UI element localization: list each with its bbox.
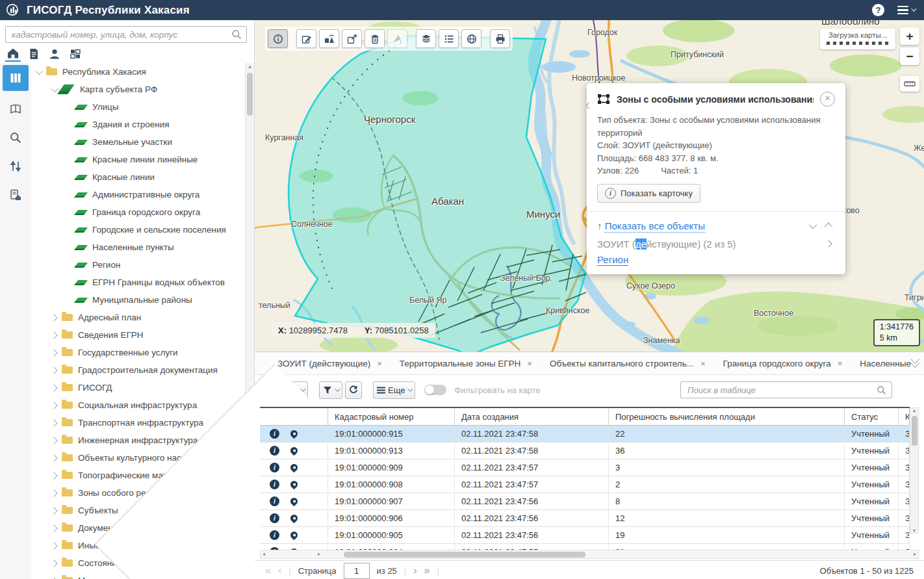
tree-layer-item[interactable]: Улицы (31, 98, 245, 116)
scroll-left-icon[interactable]: ◂ (263, 550, 265, 558)
legend-rail-button[interactable] (0, 95, 31, 123)
scroll-right-icon[interactable]: ▸ (914, 550, 916, 558)
tab-city-border[interactable]: Граница городского округа× (723, 359, 843, 368)
last-page-button[interactable]: » (424, 565, 430, 576)
tree-layer-item[interactable]: Красные линии (31, 168, 245, 186)
tabs-overflow-icon[interactable] (911, 359, 918, 367)
chevron-right-icon[interactable] (825, 240, 832, 247)
row-info-icon[interactable]: i (270, 463, 279, 472)
prev-page-button[interactable]: ‹ (278, 565, 281, 576)
column-error[interactable]: Погрешность вычисления площади (609, 408, 845, 425)
scroll-up-icon[interactable]: ▲ (246, 64, 254, 70)
scrollbar-thumb[interactable] (912, 416, 918, 446)
tree-layer-item[interactable]: Земельные участки (31, 133, 245, 151)
chevron-left-icon[interactable] (586, 103, 593, 109)
subjects-tab-icon[interactable] (47, 46, 62, 62)
search-icon[interactable] (877, 385, 886, 395)
layers-button[interactable] (416, 29, 436, 48)
table-search-input[interactable] (686, 385, 877, 396)
chevron-right-icon[interactable] (50, 367, 57, 374)
tree-layer-item[interactable]: Здания и строения (31, 116, 245, 133)
row-info-icon[interactable]: i (270, 446, 279, 456)
close-tab-icon[interactable]: × (527, 359, 532, 368)
scroll-down-icon[interactable]: ▼ (910, 528, 918, 533)
row-info-icon[interactable]: i (270, 513, 279, 523)
table-row[interactable]: i19:01:000000:90802.11.2021 23:47:572Учт… (260, 476, 910, 493)
tree-folder-item[interactable]: Государственные услуги (31, 344, 245, 361)
tree-layer-item[interactable]: Красные линии линейные (31, 151, 245, 168)
more-button[interactable]: Еще (373, 381, 415, 399)
chevron-right-icon[interactable] (50, 560, 57, 567)
tab-settlements[interactable]: Населенные (860, 359, 911, 368)
show-all-objects-link[interactable]: ↑ Показать все объекты (597, 220, 705, 231)
edit-tool-button[interactable] (296, 29, 316, 48)
column-created[interactable]: Дата создания (455, 408, 609, 425)
chevron-down-icon[interactable] (809, 220, 817, 229)
chevron-right-icon[interactable] (50, 384, 57, 391)
geometry-tool-button[interactable] (319, 29, 339, 48)
column-category[interactable]: Кате (899, 408, 910, 425)
chevron-right-icon[interactable] (50, 542, 57, 549)
chevron-right-icon[interactable] (50, 507, 57, 514)
tree-folder-item[interactable]: Градостроительная документация (31, 361, 245, 379)
filter-on-map-toggle[interactable] (424, 385, 446, 395)
chevron-down-icon[interactable] (51, 84, 58, 92)
chevron-right-icon[interactable] (50, 402, 57, 409)
tree-item-map-group[interactable]: Карта субъекта РФ (31, 81, 245, 98)
search-icon[interactable] (231, 29, 242, 40)
tree-folder-item[interactable]: ГИСОГД (31, 379, 245, 396)
row-info-icon[interactable]: i (270, 496, 279, 506)
chevron-right-icon[interactable] (50, 472, 57, 479)
zoom-in-button[interactable]: + (900, 27, 919, 45)
catalog-rail-button[interactable] (3, 65, 29, 91)
table-row[interactable]: i19:01:000000:90902.11.2021 23:47:573Учт… (260, 459, 910, 476)
scroll-right-icon[interactable]: ▸ (318, 550, 320, 558)
home-tab-icon[interactable] (5, 46, 21, 62)
chevron-right-icon[interactable] (50, 489, 57, 496)
map-viewport[interactable]: Шалоболино Городок Притубинский Новотрои… (255, 20, 924, 352)
tree-layer-item[interactable]: Муниципальные районы (31, 291, 245, 309)
refresh-button[interactable] (345, 381, 362, 399)
measure-tool-button[interactable] (387, 29, 407, 48)
row-locate-icon[interactable] (289, 496, 300, 507)
column-cadastral[interactable]: Кадастровый номер (328, 408, 455, 425)
tab-zouit[interactable]: ЗОУИТ (действующие)× (277, 359, 382, 368)
chevron-right-icon[interactable] (50, 349, 57, 356)
tree-layer-item[interactable]: Граница городского округа (31, 203, 245, 221)
table-row[interactable]: i19:01:000000:91502.11.2021 23:47:5822Уч… (260, 426, 910, 443)
tab-capital-objects[interactable]: Объекты капитального строитель...× (550, 359, 706, 368)
delete-tool-button[interactable] (365, 29, 385, 48)
tree-layer-item[interactable]: Регион (31, 256, 245, 274)
tree-layer-item[interactable]: ЕГРН Границы водных объектов (31, 274, 245, 291)
column-status[interactable]: Статус (845, 408, 899, 425)
chevron-right-icon[interactable] (50, 437, 57, 444)
table-vertical-scrollbar[interactable]: ▲ ▼ (910, 407, 919, 534)
close-tab-icon[interactable]: × (700, 359, 706, 368)
tree-folder-item[interactable]: Адресный план (31, 309, 245, 326)
scroll-up-icon[interactable]: ▲ (910, 408, 918, 413)
close-tab-icon[interactable]: × (377, 359, 382, 368)
sort-rail-button[interactable] (0, 152, 31, 181)
page-number-input[interactable] (344, 563, 370, 579)
print-button[interactable] (490, 29, 510, 48)
table-row[interactable]: i19:01:000000:91302.11.2021 23:47:5836Уч… (260, 443, 910, 459)
chevron-right-icon[interactable] (50, 454, 57, 461)
documents-tab-icon[interactable] (26, 46, 42, 62)
table-row[interactable]: i19:01:000000:90602.11.2021 23:47:5612Уч… (260, 510, 910, 527)
tree-layer-item[interactable]: Административные округа (31, 186, 245, 203)
tree-layer-item[interactable]: Городские и сельские поселения (31, 221, 245, 238)
row-locate-icon[interactable] (289, 446, 300, 456)
first-page-button[interactable]: « (265, 565, 271, 576)
row-locate-icon[interactable] (289, 480, 300, 490)
region-link[interactable]: Регион (597, 254, 835, 265)
export-tool-button[interactable] (342, 29, 362, 48)
zoom-out-button[interactable]: − (900, 47, 919, 65)
row-locate-icon[interactable] (289, 429, 300, 439)
table-horizontal-scrollbar[interactable]: ◂ ▸ ▸ (260, 550, 919, 559)
chevron-right-icon[interactable] (50, 524, 57, 532)
row-locate-icon[interactable] (289, 513, 300, 524)
identify-tool-button[interactable] (268, 29, 288, 48)
row-info-icon[interactable]: i (270, 429, 279, 439)
next-page-button[interactable]: › (413, 565, 417, 576)
scrollbar-thumb[interactable] (247, 73, 253, 116)
